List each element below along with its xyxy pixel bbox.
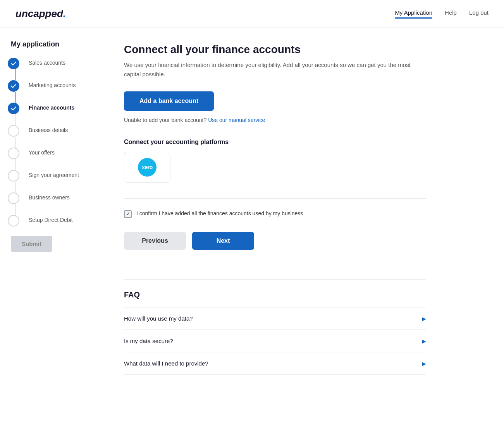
- step-list: Sales accounts Marketing accounts: [8, 58, 93, 227]
- step-indicator-sign: [8, 170, 19, 182]
- accounting-section-title: Connect your accounting platforms: [124, 139, 426, 146]
- step-indicator-owners: [8, 192, 19, 204]
- step-label-sales: Sales accounts: [29, 58, 65, 67]
- next-button[interactable]: Next: [192, 232, 254, 250]
- confirm-text: I confirm I have added all the finances …: [136, 209, 303, 218]
- confirm-checkbox[interactable]: ✓: [124, 210, 132, 218]
- step-indicator-sales: [8, 58, 19, 69]
- step-item-finance[interactable]: Finance accounts: [8, 103, 93, 125]
- sidebar-title: My application: [8, 40, 93, 48]
- logo: uncapped.: [15, 8, 66, 20]
- step-indicator-direct-debit: [8, 215, 19, 227]
- navigation: uncapped. My Application Help Log out: [0, 0, 504, 28]
- step-item-sign[interactable]: Sign your agreement: [8, 170, 93, 192]
- step-label-marketing: Marketing accounts: [29, 80, 76, 89]
- xero-logo: xero: [138, 158, 157, 177]
- faq-question-3: What data will I need to provide?: [124, 360, 208, 367]
- step-label-direct-debit: Setup Direct Debit: [29, 215, 73, 224]
- nav-help[interactable]: Help: [445, 9, 457, 18]
- nav-links: My Application Help Log out: [395, 9, 489, 19]
- faq-question-2: Is my data secure?: [124, 338, 173, 344]
- step-label-business-details: Business details: [29, 125, 68, 134]
- step-item-direct-debit[interactable]: Setup Direct Debit: [8, 215, 93, 227]
- nav-logout[interactable]: Log out: [469, 9, 489, 18]
- page-subtitle: We use your financial information to det…: [124, 60, 426, 79]
- page-title: Connect all your finance accounts: [124, 43, 426, 56]
- main-content: Connect all your finance accounts We use…: [101, 28, 449, 424]
- divider: [124, 198, 426, 199]
- step-indicator-business-details: [8, 125, 19, 137]
- xero-card[interactable]: xero: [124, 152, 170, 183]
- sidebar: My application Sales accounts: [0, 28, 101, 424]
- manual-service-link[interactable]: Use our manual service: [208, 117, 265, 123]
- faq-divider: [124, 279, 426, 280]
- faq-item-2[interactable]: Is my data secure? ▶: [124, 330, 426, 352]
- faq-arrow-1: ▶: [422, 316, 426, 322]
- step-item-business-details[interactable]: Business details: [8, 125, 93, 148]
- step-label-offers: Your offers: [29, 148, 55, 157]
- manual-service-text: Unable to add your bank account? Use our…: [124, 117, 426, 123]
- faq-item-1[interactable]: How will you use my data? ▶: [124, 307, 426, 330]
- faq-question-1: How will you use my data?: [124, 315, 193, 322]
- step-item-marketing[interactable]: Marketing accounts: [8, 80, 93, 103]
- step-indicator-marketing: [8, 80, 19, 92]
- step-item-owners[interactable]: Business owners: [8, 192, 93, 215]
- step-indicator-offers: [8, 148, 19, 159]
- faq-arrow-3: ▶: [422, 360, 426, 367]
- faq-item-3[interactable]: What data will I need to provide? ▶: [124, 352, 426, 375]
- step-label-sign: Sign your agreement: [29, 170, 79, 179]
- step-item-offers[interactable]: Your offers: [8, 148, 93, 170]
- page-layout: My application Sales accounts: [0, 28, 504, 424]
- add-bank-button[interactable]: Add a bank account: [124, 91, 214, 111]
- faq-arrow-2: ▶: [422, 338, 426, 344]
- submit-button[interactable]: Submit: [11, 236, 52, 252]
- nav-my-application[interactable]: My Application: [395, 9, 432, 19]
- nav-buttons: Previous Next: [124, 232, 254, 250]
- faq-title: FAQ: [124, 290, 426, 299]
- confirm-row: ✓ I confirm I have added all the finance…: [124, 209, 303, 218]
- step-label-owners: Business owners: [29, 192, 70, 202]
- step-item-sales[interactable]: Sales accounts: [8, 58, 93, 80]
- previous-button[interactable]: Previous: [124, 232, 186, 250]
- step-indicator-finance: [8, 103, 19, 114]
- step-label-finance: Finance accounts: [29, 103, 74, 112]
